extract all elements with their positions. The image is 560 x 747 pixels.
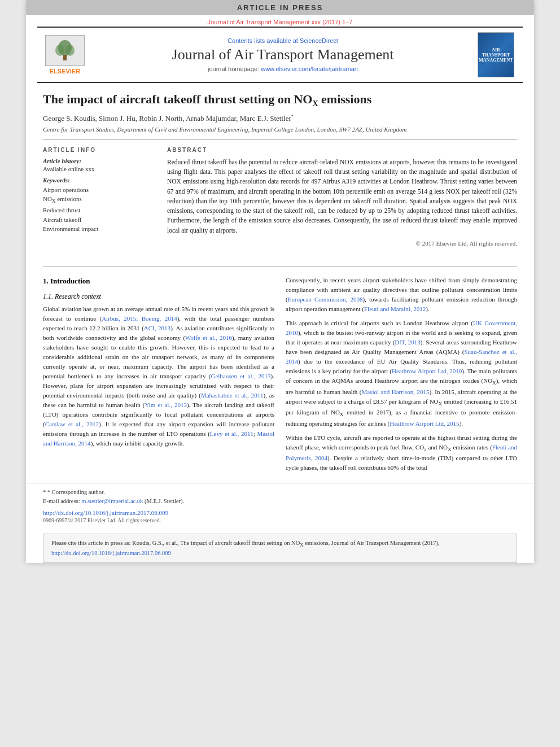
title-part2: emissions [318, 92, 372, 106]
sub-section-1-1-heading: 1.1. Research context [43, 291, 274, 302]
ref-yim-2013[interactable]: Yim et al., 2013 [145, 401, 186, 408]
intro-para-2-right: Consequently, in recent years airport st… [286, 276, 517, 314]
sciencedirect-link[interactable]: ScienceDirect [300, 37, 338, 44]
body-right-col: Consequently, in recent years airport st… [286, 276, 517, 477]
journal-ref-text: Journal of Air Transport Management xxx … [208, 19, 353, 25]
article-info-abstract-section: ARTICLE INFO Article history: Available … [43, 139, 517, 247]
title-x: X [312, 99, 318, 108]
keyword-environmental-impact: Environmental impact [43, 224, 156, 234]
cite-text: Koudis, G.S., et al., The impact of airc… [132, 540, 440, 546]
ref-fleuti-2004[interactable]: Fleuti and Polymeris, 2004 [286, 444, 517, 461]
abstract-heading: ABSTRACT [167, 147, 517, 153]
svg-rect-2 [63, 55, 67, 60]
keyword-reduced-thrust: Reduced thrust [43, 206, 156, 215]
ref-aci-2013[interactable]: ACI, 2013 [144, 325, 170, 331]
contents-label: Contents lists available at [228, 37, 298, 44]
article-info-heading: ARTICLE INFO [43, 147, 156, 153]
authors-text: George S. Koudis, Simon J. Hu, Robin J. … [43, 114, 291, 123]
keyword-aircraft-takeoff: Aircraft takeoff [43, 215, 156, 225]
journal-ref-line: Journal of Air Transport Management xxx … [26, 15, 534, 27]
homepage-label: journal homepage: [208, 65, 259, 72]
authors-line: George S. Koudis, Simon J. Hu, Robin J. … [43, 114, 517, 123]
elsevier-logo: ELSEVIER [37, 35, 88, 75]
article-title: The impact of aircraft takeoff thrust se… [43, 91, 517, 110]
footnotes-section: * * Corresponding author. E-mail address… [26, 483, 534, 528]
email-name: (M.E.J. Stettler). [145, 498, 184, 504]
sub-section-num-text: 1.1. [43, 292, 53, 300]
journal-homepage-line: journal homepage: www.elsevier.com/locat… [94, 65, 472, 72]
body-content: 1. Introduction 1.1. Research context Gl… [26, 276, 534, 477]
svg-point-4 [65, 45, 75, 56]
keyword-airport-operations: Airport operations [43, 185, 156, 195]
body-left-col: 1. Introduction 1.1. Research context Gl… [43, 276, 274, 477]
section-divider [43, 267, 517, 267]
elsevier-logo-inner: ELSEVIER [42, 35, 88, 75]
section-num-text: 1. [43, 277, 49, 285]
cite-doi-link[interactable]: http://dx.doi.org/10.1016/j.jairtraman.2… [51, 550, 171, 556]
article-in-press-text: ARTICLE IN PRESS [237, 3, 323, 12]
ref-ec-2008[interactable]: European Commission, 2008 [288, 296, 363, 303]
email-footnote: E-mail address: m.stettler@imperial.ac.u… [43, 497, 517, 506]
doi-line[interactable]: http://dx.doi.org/10.1016/j.jairtraman.2… [43, 509, 517, 516]
keywords-label: Keywords: [43, 177, 156, 184]
article-available-online: Available online xxx [43, 165, 156, 172]
intro-para-1: Global aviation has grown at an average … [43, 304, 274, 449]
corresponding-marker: * [291, 114, 294, 119]
section-1-heading: 1. Introduction [43, 276, 274, 287]
homepage-link[interactable]: www.elsevier.com/locate/jairtraman [261, 65, 358, 72]
elsevier-logo-image [45, 35, 85, 66]
ref-wolfe-2016[interactable]: Wolfe et al., 2016 [185, 334, 232, 341]
keywords-list: Airport operations NOX emissions Reduced… [43, 185, 156, 234]
email-link[interactable]: m.stettler@imperial.ac.uk [81, 498, 143, 504]
ref-heathrow-2015[interactable]: Heathrow Airport Ltd, 2015 [390, 420, 459, 427]
intro-para-4-right: Within the LTO cycle, aircraft are repor… [286, 433, 517, 473]
ref-gelhausen-2013[interactable]: Gelhausen et al., 2013 [211, 373, 270, 379]
ref-dft-2013[interactable]: DfT, 2013 [395, 339, 420, 346]
corresponding-author-note: * * Corresponding author. [43, 488, 517, 497]
elsevier-tree-icon [50, 38, 81, 63]
ref-levy-2011[interactable]: Levy et al., 2011 [210, 430, 253, 437]
ref-heathrow-2010[interactable]: Heathrow Airport Ltd, 2010 [392, 368, 462, 374]
email-label: E-mail address: [43, 498, 80, 504]
cite-label: Please cite this article in press as: [51, 540, 131, 546]
keyword-nox-emissions: NOX emissions [43, 194, 156, 206]
ref-suau-2014[interactable]: Suau-Sanchez et al., 2014 [286, 348, 517, 365]
corresponding-label: * Corresponding author. [47, 489, 105, 495]
cite-box: Please cite this article in press as: Ko… [43, 534, 517, 563]
journal-title: Journal of Air Transport Management [94, 46, 472, 63]
ref-masiol-2015[interactable]: Masiol and Harrison, 2015 [361, 388, 429, 395]
journal-cover-image: AIR TRANSPORT MANAGEMENT [478, 32, 514, 77]
ref-uk-gov-2010[interactable]: UK Government, 2010 [286, 320, 517, 336]
svg-point-3 [55, 45, 64, 56]
ref-mahashabde-2011[interactable]: Mahashabde et al., 2011 [201, 392, 264, 399]
elsevier-brand-label: ELSEVIER [50, 68, 80, 75]
page-wrapper: ARTICLE IN PRESS Journal of Air Transpor… [26, 0, 534, 563]
copyright-line: © 2017 Elsevier Ltd. All rights reserved… [167, 240, 517, 247]
abstract-col: ABSTRACT Reduced thrust takeoff has the … [167, 147, 517, 247]
journal-center: Contents lists available at ScienceDirec… [88, 37, 478, 72]
corresponding-star: * [43, 489, 47, 495]
cover-text: AIR TRANSPORT MANAGEMENT [479, 47, 513, 63]
ref-carslaw-2012[interactable]: Carslaw et al., 2012 [45, 421, 99, 427]
issn-line: 0969-6997/© 2017 Elsevier Ltd. All right… [43, 517, 517, 523]
title-part1: The impact of aircraft takeoff thrust se… [43, 92, 312, 106]
main-content: The impact of aircraft takeoff thrust se… [26, 83, 534, 258]
article-info-col: ARTICLE INFO Article history: Available … [43, 147, 156, 247]
intro-para-3-right: This approach is critical for airports s… [286, 318, 517, 429]
sub-section-title-text: Research context [55, 292, 101, 300]
doi-link[interactable]: http://dx.doi.org/10.1016/j.jairtraman.2… [43, 509, 168, 516]
ref-fleuti-2012[interactable]: Fleuti and Maraini, 2012 [364, 305, 426, 312]
contents-line: Contents lists available at ScienceDirec… [94, 37, 472, 44]
article-history-label: Article history: [43, 158, 156, 164]
affiliation-line: Centre for Transport Studies, Department… [43, 126, 517, 133]
ref-airbus-2015[interactable]: Airbus, 2015; Boeing, 2014 [102, 315, 177, 322]
article-in-press-banner: ARTICLE IN PRESS [26, 0, 534, 15]
journal-cover: AIR TRANSPORT MANAGEMENT [478, 32, 523, 77]
journal-header-box: ELSEVIER Contents lists available at Sci… [37, 27, 523, 83]
abstract-text: Reduced thrust takeoff has the potential… [167, 158, 517, 235]
section-title-text: Introduction [50, 277, 90, 285]
